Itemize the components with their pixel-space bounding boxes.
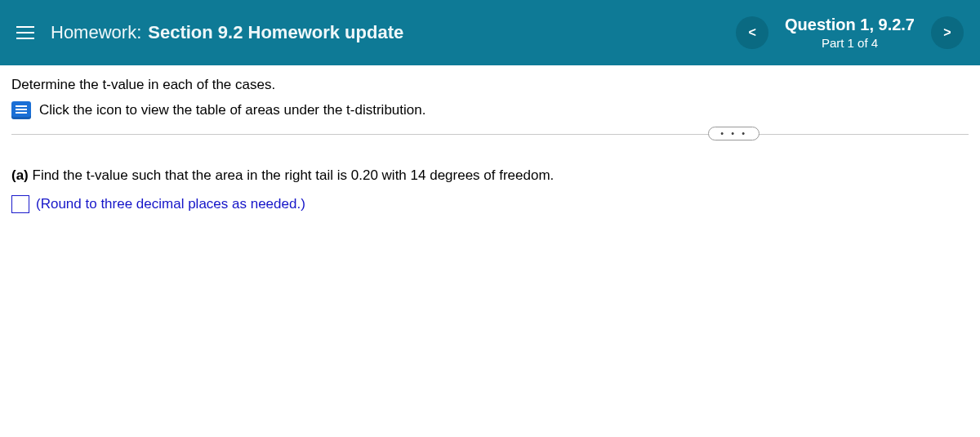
title-prefix: Homework: bbox=[51, 22, 141, 43]
assignment-title: Homework: Section 9.2 Homework update bbox=[51, 22, 403, 43]
question-part: Part 1 of 4 bbox=[785, 36, 915, 50]
section-divider: • • • bbox=[11, 134, 969, 135]
chevron-right-icon: > bbox=[943, 25, 951, 40]
next-question-button[interactable]: > bbox=[931, 16, 964, 49]
title-main: Section 9.2 Homework update bbox=[148, 22, 403, 43]
rounding-note: (Round to three decimal places as needed… bbox=[36, 196, 305, 212]
question-info: Question 1, 9.2.7 Part 1 of 4 bbox=[785, 16, 915, 50]
prev-question-button[interactable]: < bbox=[736, 16, 768, 49]
question-title: Question 1, 9.2.7 bbox=[785, 16, 915, 34]
part-a-row: (a) Find the t-value such that the area … bbox=[11, 167, 969, 184]
expand-ellipsis-button[interactable]: • • • bbox=[708, 127, 760, 140]
question-content: Determine the t-value in each of the cas… bbox=[0, 65, 980, 213]
part-a-label: (a) bbox=[11, 167, 29, 183]
table-link-text[interactable]: Click the icon to view the table of area… bbox=[39, 102, 425, 118]
hamburger-menu-icon[interactable] bbox=[16, 26, 34, 39]
answer-row: (Round to three decimal places as needed… bbox=[11, 195, 969, 213]
table-icon[interactable] bbox=[11, 101, 31, 119]
answer-input[interactable] bbox=[11, 195, 29, 213]
question-prompt: Determine the t-value in each of the cas… bbox=[11, 77, 969, 93]
table-link-row: Click the icon to view the table of area… bbox=[11, 101, 969, 119]
part-a-text: Find the t-value such that the area in t… bbox=[29, 167, 555, 183]
chevron-left-icon: < bbox=[748, 25, 755, 40]
app-header: Homework: Section 9.2 Homework update < … bbox=[0, 0, 980, 65]
